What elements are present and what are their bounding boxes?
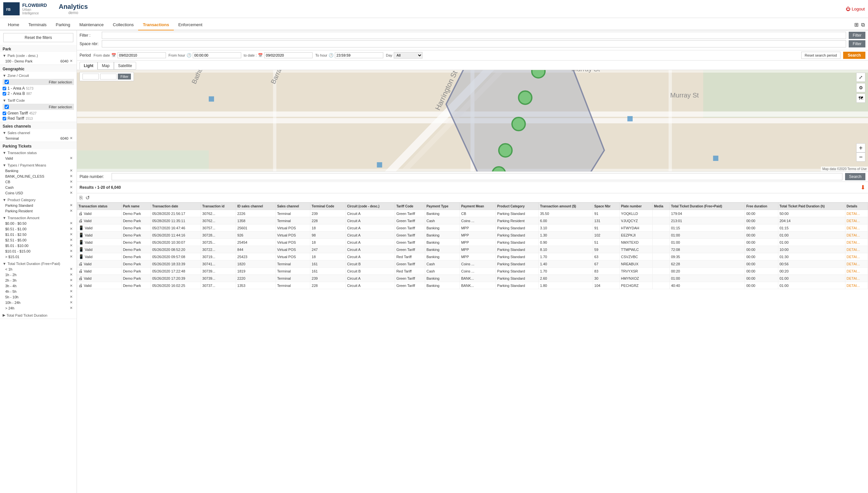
filter-input[interactable] — [102, 32, 846, 39]
parking-standard-remove-icon[interactable]: ✕ — [70, 203, 73, 208]
red-tariff-checkbox[interactable] — [3, 117, 6, 121]
map-filter-input-2[interactable] — [100, 73, 117, 80]
amount-2-remove[interactable]: ✕ — [70, 232, 73, 237]
table-cell[interactable]: DETAI... — [845, 275, 868, 282]
dur-3-remove[interactable]: ✕ — [70, 284, 73, 288]
day-select[interactable]: All Monday Tuesday Wednesday Thursday Fr… — [394, 52, 423, 59]
map-filter-input-1[interactable] — [83, 73, 99, 80]
plate-bar: Plate number: Search — [77, 171, 868, 182]
amount-3-remove[interactable]: ✕ — [70, 238, 73, 242]
table-cell[interactable]: DETAI... — [845, 246, 868, 253]
dur-2-remove[interactable]: ✕ — [70, 278, 73, 282]
map-zoom-out-button[interactable]: − — [856, 152, 865, 162]
amount-6-remove[interactable]: ✕ — [70, 255, 73, 259]
amount-1-remove[interactable]: ✕ — [70, 227, 73, 231]
amount-0-remove[interactable]: ✕ — [70, 221, 73, 226]
dur-0-remove[interactable]: ✕ — [70, 267, 73, 271]
table-cell[interactable]: DETAI... — [845, 282, 868, 289]
logout-button[interactable]: ⏻ Logout — [846, 6, 865, 12]
space-filter-button[interactable]: Filter — [849, 40, 865, 47]
table-cell: MPP — [460, 224, 495, 232]
dur-7-label: > 24h — [5, 306, 15, 310]
svg-point-15 — [532, 70, 545, 78]
cb-remove-icon[interactable]: ✕ — [70, 179, 73, 184]
dur-4-remove[interactable]: ✕ — [70, 289, 73, 294]
map-settings-button[interactable]: ⚙ — [856, 83, 865, 92]
dur-6-remove[interactable]: ✕ — [70, 300, 73, 304]
table-cell[interactable]: DETAI... — [845, 210, 868, 217]
copy-icon[interactable]: ⎘ — [80, 195, 83, 201]
to-date-input[interactable] — [264, 52, 313, 58]
plate-input[interactable] — [112, 173, 843, 180]
map-tab-satellite[interactable]: Satellite — [114, 62, 136, 70]
amount-2-label: $1.01 - $2.50 — [5, 233, 26, 237]
dur-1-remove[interactable]: ✕ — [70, 273, 73, 277]
coins-remove-icon[interactable]: ✕ — [70, 191, 73, 195]
terminal-remove-icon[interactable]: ✕ — [70, 136, 73, 140]
table-cell[interactable]: DETAI... — [845, 217, 868, 224]
plate-search-button[interactable]: Search — [845, 173, 865, 180]
amount-4-remove[interactable]: ✕ — [70, 243, 73, 248]
table-row: 📱ValidDemo Park05/26/2020 09:57:0830719.… — [77, 253, 868, 260]
green-tariff-checkbox[interactable] — [3, 111, 6, 115]
nav-enforcement[interactable]: Enforcement — [174, 20, 207, 30]
table-cell[interactable]: DETAI... — [845, 232, 868, 239]
reset-filters-button[interactable]: Reset the filters — [3, 33, 73, 42]
zone-checkbox[interactable] — [5, 80, 9, 84]
table-cell[interactable]: DETAI... — [845, 267, 868, 275]
table-cell[interactable]: DETAI... — [845, 253, 868, 260]
tariff-filter-box[interactable]: Filter selection — [3, 104, 74, 110]
amount-5-remove[interactable]: ✕ — [70, 249, 73, 253]
bank-online-remove-icon[interactable]: ✕ — [70, 174, 73, 178]
map-tab-map[interactable]: Map — [98, 62, 113, 70]
table-cell: 05/26/2020 10:30:07 — [151, 239, 200, 246]
table-cell[interactable]: DETAI... — [845, 260, 868, 267]
table-cell — [653, 267, 670, 275]
dur-5-remove[interactable]: ✕ — [70, 295, 73, 299]
nav-terminals[interactable]: Terminals — [24, 20, 51, 30]
geographic-title: Geographic — [0, 65, 77, 72]
export-button[interactable]: ⬇ — [861, 184, 865, 191]
table-cell: 6.00 — [539, 217, 593, 224]
parking-resident-remove-icon[interactable]: ✕ — [70, 209, 73, 213]
map-layers-button[interactable]: 🗺 — [856, 93, 865, 103]
table-cell[interactable]: DETAI... — [845, 224, 868, 232]
nav-maintenance[interactable]: Maintenance — [75, 20, 108, 30]
area-b-checkbox[interactable] — [3, 92, 6, 95]
dur-7-remove[interactable]: ✕ — [70, 306, 73, 310]
reset-period-button[interactable]: Reset search period — [801, 52, 841, 59]
nav-collections[interactable]: Collections — [108, 20, 139, 30]
nav-parking[interactable]: Parking — [51, 20, 75, 30]
area-a-checkbox[interactable] — [3, 87, 6, 90]
table-cell[interactable]: DETAI... — [845, 239, 868, 246]
nav-home[interactable]: Home — [3, 20, 24, 30]
from-date-input[interactable] — [118, 52, 166, 58]
table-cell: 30739... — [201, 267, 236, 275]
map-zoom-in-button[interactable]: + — [856, 143, 865, 152]
to-hour-input[interactable] — [335, 52, 383, 58]
map-filter-button[interactable]: Filter — [118, 73, 131, 80]
amount-0-row: $0.00 - $0.50 ✕ — [3, 220, 74, 226]
cash-remove-icon[interactable]: ✕ — [70, 185, 73, 189]
period-search-button[interactable]: Search — [843, 52, 865, 59]
tariff-checkbox[interactable] — [5, 105, 9, 109]
map-expand-button[interactable]: ⤢ — [856, 72, 865, 82]
filter-button[interactable]: Filter — [849, 32, 865, 39]
grid-icon[interactable]: ⊞ — [854, 22, 859, 28]
refresh-icon[interactable]: ↺ — [85, 195, 90, 201]
map-tab-light[interactable]: Light — [80, 62, 98, 70]
expand-icon[interactable]: ⧉ — [861, 22, 865, 28]
arrow-icon: ▼ — [3, 198, 6, 202]
banking-remove-icon[interactable]: ✕ — [70, 169, 73, 173]
table-cell: 00:00 — [745, 224, 778, 232]
table-cell: 50:00 — [778, 210, 845, 217]
nav-transactions[interactable]: Transactions — [138, 20, 173, 30]
space-nbr-input[interactable] — [102, 40, 846, 47]
table-cell: 00:20 — [778, 267, 845, 275]
table-cell: Terminal — [276, 260, 310, 267]
valid-remove-icon[interactable]: ✕ — [70, 156, 73, 160]
from-hour-input[interactable] — [193, 52, 241, 58]
table-cell: NMXTEXD — [619, 239, 653, 246]
park-remove-icon[interactable]: ✕ — [70, 59, 73, 63]
zone-filter-box[interactable]: Filter selection — [3, 79, 74, 85]
